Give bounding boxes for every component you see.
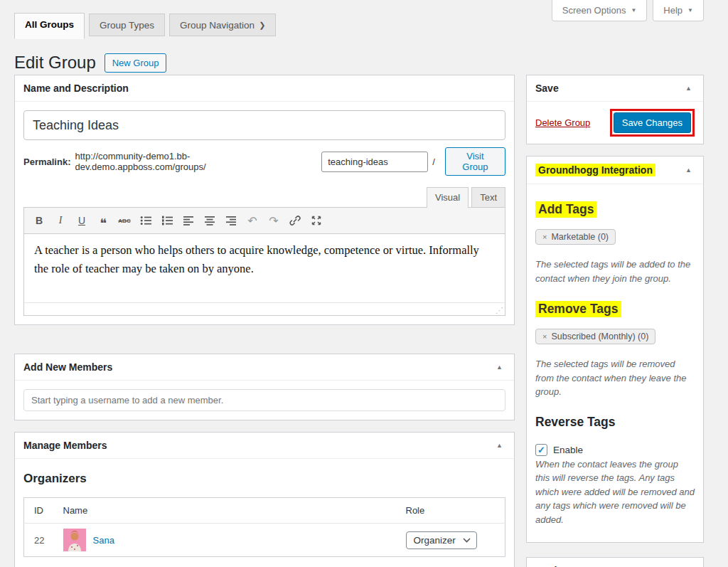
underline-icon[interactable]: U (73, 213, 91, 228)
panel-title: Save (535, 83, 559, 94)
permalink-slash: / (432, 157, 435, 167)
save-header: Save ▲ (527, 75, 703, 102)
close-icon[interactable]: × (542, 332, 547, 341)
editor-statusbar: ⋰ (23, 302, 505, 316)
reverse-tags-description: When the contact leaves the group this w… (535, 457, 695, 527)
redo-icon[interactable]: ↷ (264, 213, 283, 228)
tag-label: Marketable (0) (551, 232, 609, 242)
bold-icon[interactable]: B (30, 213, 48, 228)
numbered-list-icon[interactable] (158, 213, 176, 228)
resize-grip-icon[interactable]: ⋰ (496, 306, 503, 315)
organizers-heading: Organizers (23, 472, 505, 486)
align-center-icon[interactable] (200, 213, 219, 228)
add-member-input[interactable] (23, 389, 505, 411)
description-editor: Visual Text B I U ❝ ABC (23, 187, 505, 316)
collapse-icon[interactable]: ▲ (682, 165, 695, 175)
settings-panel: Settings ▼ (526, 557, 704, 567)
italic-icon[interactable]: I (51, 213, 70, 228)
settings-header: Settings ▼ (527, 558, 703, 567)
panel-title: Groundhogg Integration (535, 164, 655, 176)
member-name-link[interactable]: Sana (93, 535, 114, 546)
tab-group-types-label: Group Types (100, 20, 154, 31)
column-name: Name (56, 498, 399, 524)
blockquote-icon[interactable]: ❝ (94, 213, 112, 228)
save-changes-button[interactable]: Save Changes (614, 112, 691, 133)
add-members-header: Add New Members ▲ (15, 354, 514, 381)
link-icon[interactable] (286, 213, 304, 228)
close-icon[interactable]: × (542, 233, 547, 241)
tab-group-types[interactable]: Group Types (89, 14, 165, 36)
slug-input[interactable] (321, 152, 428, 172)
visit-group-button[interactable]: Visit Group (445, 147, 505, 176)
help-button[interactable]: Help ▼ (653, 0, 704, 21)
description-textarea[interactable]: A teacher is a person who helps others t… (23, 234, 505, 303)
editor-mode-tabs: Visual Text (23, 187, 505, 207)
delete-group-link[interactable]: Delete Group (535, 117, 590, 128)
remove-tags-description: The selected tags will be removed from t… (535, 357, 695, 399)
tab-all-groups[interactable]: All Groups (14, 13, 85, 39)
chevron-down-icon: ▼ (687, 7, 693, 14)
enable-label: Enable (553, 445, 583, 455)
name-description-panel: Name and Description Permalink: http://c… (14, 75, 515, 325)
strikethrough-icon[interactable]: ABC (115, 213, 134, 228)
top-toggles: Screen Options ▼ Help ▼ (552, 0, 704, 21)
add-tag-chip[interactable]: × Marketable (0) (535, 229, 616, 245)
panel-title: Manage Members (23, 440, 107, 451)
tag-label: Subscribed (Monthly) (0) (551, 332, 648, 341)
chevron-right-icon: ❯ (259, 21, 265, 30)
fullscreen-icon[interactable] (307, 213, 326, 228)
new-group-button[interactable]: New Group (105, 53, 167, 73)
tab-text[interactable]: Text (471, 187, 505, 207)
chevron-down-icon (463, 538, 471, 543)
collapse-icon[interactable]: ▲ (493, 362, 505, 372)
editor-toolbar: B I U ❝ ABC (23, 207, 505, 234)
help-label: Help (663, 5, 682, 16)
tab-visual[interactable]: Visual (427, 187, 469, 208)
align-left-icon[interactable] (179, 213, 198, 228)
member-id: 22 (24, 524, 56, 557)
title-row: Edit Group New Group (0, 36, 728, 73)
reverse-tags-heading: Reverse Tags (535, 415, 616, 430)
bullet-list-icon[interactable] (136, 213, 155, 228)
tab-group-navigation[interactable]: Group Navigation ❯ (169, 14, 276, 36)
undo-icon[interactable]: ↶ (243, 213, 262, 228)
column-role: Role (399, 498, 505, 524)
remove-tags-heading: Remove Tags (535, 301, 621, 317)
permalink-row: Permalink: http://community-demo1.bb-dev… (23, 147, 505, 176)
organizers-table: ID Name Role 22 (23, 497, 505, 557)
manage-members-header: Manage Members ▲ (15, 433, 514, 459)
remove-tag-chip[interactable]: × Subscribed (Monthly) (0) (535, 329, 655, 344)
collapse-icon[interactable]: ▲ (682, 83, 695, 93)
groundhogg-header: Groundhogg Integration ▲ (527, 157, 703, 184)
manage-members-panel: Manage Members ▲ Organizers ID Name Role (14, 432, 515, 567)
name-description-header: Name and Description (15, 75, 514, 102)
column-id: ID (24, 498, 56, 524)
screen-options-button[interactable]: Screen Options ▼ (552, 0, 648, 21)
avatar (63, 529, 86, 551)
panel-title: Add New Members (23, 361, 112, 373)
screen-options-label: Screen Options (562, 5, 626, 16)
tab-group-navigation-label: Group Navigation (180, 20, 255, 31)
enable-checkbox[interactable]: ✓ (535, 444, 547, 456)
tab-all-groups-label: All Groups (25, 19, 74, 30)
permalink-base-url: http://community-demo1.bb-dev.demo.appbo… (75, 151, 317, 172)
annotation-highlight-box: Save Changes (610, 109, 695, 137)
group-name-input[interactable] (23, 110, 505, 140)
groundhogg-panel: Groundhogg Integration ▲ Add Tags × Mark… (526, 156, 704, 543)
add-tags-heading: Add Tags (535, 201, 596, 218)
add-tags-description: The selected tags will be added to the c… (535, 258, 695, 285)
permalink-label: Permalink: (23, 157, 70, 167)
save-panel: Save ▲ Delete Group Save Changes (526, 75, 704, 144)
add-members-panel: Add New Members ▲ (14, 354, 515, 420)
collapse-icon[interactable]: ▲ (493, 440, 505, 450)
table-row: 22 (24, 524, 505, 557)
role-select-value: Organizer (414, 535, 456, 546)
align-right-icon[interactable] (222, 213, 240, 228)
panel-title: Name and Description (23, 83, 129, 94)
role-select[interactable]: Organizer (406, 531, 477, 549)
chevron-down-icon: ▼ (631, 7, 636, 14)
page-title: Edit Group (14, 53, 96, 73)
